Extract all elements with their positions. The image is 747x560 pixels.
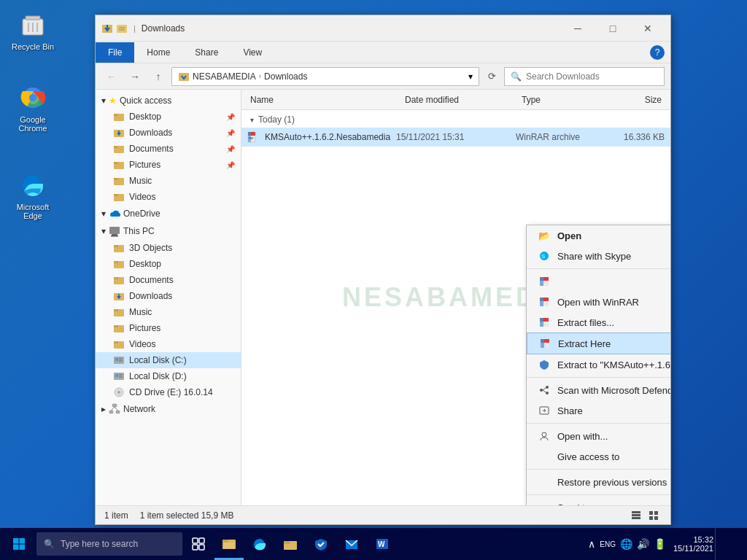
sidebar-item-downloads-pc[interactable]: Downloads [96,288,241,304]
path-nesabamedia[interactable]: NESABAMEDIA [193,71,256,82]
sidebar-item-documents-qa[interactable]: Documents 📌 [96,141,241,157]
task-view-icon [192,537,205,551]
sidebar-item-cddrive[interactable]: CD Drive (E:) 16.0.14 [96,384,241,400]
quick-access-expand-icon: ▾ [101,96,106,106]
minimize-button[interactable]: ─ [561,18,595,39]
search-bar[interactable]: 🔍 [504,67,665,86]
system-tray-time[interactable]: 15:32 15/11/2021 [673,535,713,553]
sidebar: ▾ ★ Quick access Desktop 📌 Downloads 📌 D… [96,90,241,505]
sidebar-item-videos-qa[interactable]: Videos [96,189,241,205]
maximize-button[interactable]: □ [596,18,630,39]
up-button[interactable]: ↑ [148,66,169,87]
close-button[interactable]: ✕ [631,18,665,39]
ctx-scan-defender[interactable]: Extract to "KMSAuto++.1.6.2.Nesabamedia\… [527,354,670,375]
sidebar-item-locald[interactable]: Local Disk (D:) [96,368,241,384]
ribbon-tab-share[interactable]: Share [182,42,231,63]
ctx-cut[interactable]: Send to [527,497,670,505]
ctx-extract-to[interactable]: Extract Here [527,332,670,354]
taskbar-mail[interactable] [337,528,366,560]
sidebar-item-documents-pc[interactable]: Documents [96,272,241,288]
address-bar[interactable]: NESABAMEDIA › Downloads ▾ [171,67,479,86]
sidebar-item-music-qa[interactable]: Music [96,173,241,189]
sidebar-section-this-pc[interactable]: ▾ This PC [96,222,241,240]
ctx-sep-2 [527,377,670,378]
ctx-extract-files[interactable]: Open with WinRAR [527,292,670,312]
clock-time: 15:32 [673,535,713,544]
ribbon-tab-view[interactable]: View [231,42,274,63]
large-icons-view-button[interactable] [646,508,662,524]
show-desktop-button[interactable] [715,528,744,560]
start-button[interactable] [3,528,35,560]
taskbar-search-placeholder: Type here to search [61,539,138,549]
sidebar-section-quick-access[interactable]: ▾ ★ Quick access [96,93,241,109]
desktop-icon-ms-edge[interactable]: Microsoft Edge [7,168,58,223]
ctx-sep-1 [527,268,670,269]
sidebar-item-3dobjects[interactable]: 3D Objects [96,240,241,256]
back-button[interactable]: ← [101,66,122,87]
sidebar-item-pictures-pc[interactable]: Pictures [96,320,241,336]
desktop-icon-recycle-bin[interactable]: Recycle Bin [7,7,58,54]
ribbon-tab-file[interactable]: File [96,42,134,63]
svg-line-79 [543,388,546,390]
svg-text:RAR: RAR [249,137,254,140]
ctx-share-skype[interactable]: S Share with Skype [527,246,670,266]
ctx-share[interactable]: Scan with Microsoft Defender... [527,380,670,400]
search-input[interactable] [526,71,658,82]
refresh-button[interactable]: ⟳ [482,67,501,86]
ctx-open-with[interactable]: Share [527,400,670,421]
table-row[interactable]: RAR KMSAuto++.1.6.2.Nesabamedia 15/11/20… [241,128,670,147]
taskbar-edge[interactable] [245,528,274,560]
svg-rect-27 [112,234,117,236]
col-name[interactable]: Name [247,95,402,105]
tray-keyboard-icon[interactable]: ENG [600,540,616,548]
col-size[interactable]: Size [606,95,665,105]
tray-chevron-icon[interactable]: ∧ [588,538,595,550]
taskbar-task-view[interactable] [184,528,213,560]
sidebar-item-videos-pc[interactable]: Videos [96,336,241,352]
sidebar-item-pictures-qa[interactable]: Pictures 📌 [96,157,241,173]
svg-point-78 [540,389,543,392]
sidebar-item-downloads-qa[interactable]: Downloads 📌 [96,125,241,141]
title-bar-title: Downloads [142,23,185,34]
sidebar-desktop-label: Desktop [129,112,161,122]
ctx-restore-versions[interactable]: Give access to [527,446,670,467]
desktop-icon-google-chrome[interactable]: Google Chrome [7,80,58,136]
taskbar-folder[interactable] [276,528,305,560]
group-header-today: Today (1) [241,110,670,128]
sidebar-item-desktop-pc[interactable]: Desktop [96,256,241,272]
ctx-open[interactable]: 📂 Open [527,225,670,246]
desktop-pin-icon: 📌 [226,113,235,121]
taskbar-search[interactable]: 🔍 Type here to search [36,532,182,556]
path-downloads[interactable]: Downloads [264,71,307,82]
col-date[interactable]: Date modified [402,95,519,105]
col-type[interactable]: Type [519,95,606,105]
svg-rect-40 [114,325,118,327]
sidebar-item-desktop[interactable]: Desktop 📌 [96,109,241,125]
give-access-icon [538,430,550,442]
ctx-extract-here[interactable]: Extract files... [527,312,670,332]
ctx-give-access[interactable]: Open with... › [527,426,670,446]
sidebar-section-network[interactable]: ▸ Network [96,400,241,418]
details-view-button[interactable] [628,508,644,524]
downloads-pc-icon [113,290,125,302]
sidebar-section-onedrive[interactable]: ▾ OneDrive [96,205,241,222]
3dobjects-icon [113,242,125,254]
tray-battery-icon[interactable]: 🔋 [654,538,666,550]
forward-button[interactable]: → [125,66,145,87]
taskbar-word[interactable]: W [368,528,397,560]
edge-taskbar-icon [252,537,267,551]
help-button[interactable]: ? [650,45,665,60]
tray-volume-icon[interactable]: 🔊 [637,538,649,550]
sidebar-item-localc[interactable]: Local Disk (C:) [96,352,241,368]
ctx-open-winrar[interactable] [527,271,670,292]
ribbon-tab-home[interactable]: Home [134,42,182,63]
taskbar-security[interactable] [306,528,336,560]
sidebar-item-music-pc[interactable]: Music [96,304,241,320]
taskbar-file-explorer[interactable] [214,528,244,560]
onedrive-icon [109,208,120,219]
tray-network-icon[interactable]: 🌐 [620,538,632,550]
svg-rect-42 [114,341,118,343]
svg-rect-32 [114,261,118,263]
address-dropdown-btn[interactable]: ▾ [468,71,473,82]
ctx-send-to[interactable]: Restore previous versions › [527,472,670,492]
